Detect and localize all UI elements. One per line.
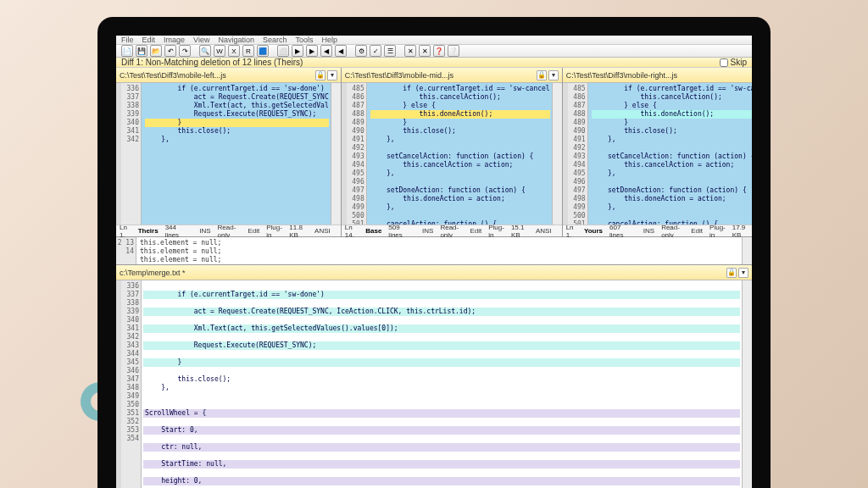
pane-file-path: C:\Test\Test\Diff3\mobile-right...js	[566, 71, 677, 80]
menu-navigation[interactable]: Navigation	[218, 36, 254, 44]
pane-status-bar: Ln 14,Base509 linesINSRead-onlyEditPlug-…	[342, 225, 562, 236]
merge-file-path: c:\Temp\merge.txt *	[120, 269, 186, 277]
diff-banner-text: Diff 1: Non-Matching deletion of 12 line…	[121, 58, 303, 67]
toolbar-btn-21[interactable]: ❔	[448, 45, 459, 57]
pane-status-bar: Ln 1,Theirs344 linesINSRead-onlyEditPlug…	[116, 225, 341, 236]
code-area[interactable]: 336 337 338 339 340 341 342 if (e.curren…	[116, 83, 341, 225]
pane-title: C:\Test\Test\Diff3\mobile-left...js🔒▾	[116, 68, 341, 83]
toolbar-btn-8[interactable]: R	[242, 45, 254, 57]
mid-conflict-list[interactable]: 2 13 14 this.element = null; this.elemen…	[116, 237, 752, 265]
menu-help[interactable]: Help	[321, 36, 337, 44]
pane-file-path: C:\Test\Test\Diff3\mobile-mid...js	[345, 71, 453, 80]
merge-gutter: 336 337 338 339 340 341 342 343 344 345 …	[121, 280, 142, 488]
scrollbar[interactable]	[331, 83, 341, 225]
merge-code[interactable]: if (e.currentTarget.id == 'sw-done') act…	[142, 280, 742, 488]
toolbar-btn-2[interactable]: 📂	[150, 45, 162, 57]
code-text: if (e.currentTarget.id == 'sw-cancel thi…	[367, 83, 552, 225]
merge-title-bar: c:\Temp\merge.txt * 🔒 ▾	[116, 265, 752, 280]
toolbar-btn-4[interactable]: ↷	[179, 45, 191, 57]
mid-gutter: 2 13 14	[116, 237, 136, 264]
merge-output-pane: c:\Temp\merge.txt * 🔒 ▾ 336 337 338 339 …	[116, 265, 752, 488]
toolbar-btn-7[interactable]: X	[228, 45, 240, 57]
toolbar-btn-19[interactable]: ✕	[419, 45, 431, 57]
toolbar-btn-10[interactable]: ⬜	[277, 45, 289, 57]
laptop-frame: FileEditImageViewNavigationSearchToolsHe…	[97, 17, 771, 488]
toolbar-btn-11[interactable]: ▶	[292, 45, 303, 57]
menu-bar[interactable]: FileEditImageViewNavigationSearchToolsHe…	[116, 36, 752, 45]
code-area[interactable]: 485 486 487 488 489 490 491 492 493 494 …	[563, 83, 752, 225]
toolbar-btn-0[interactable]: 📄	[121, 45, 133, 57]
menu-search[interactable]: Search	[263, 36, 287, 44]
diff-banner: Diff 1: Non-Matching deletion of 12 line…	[116, 58, 752, 68]
toolbar-btn-16[interactable]: ✓	[370, 45, 381, 57]
toolbar-btn-15[interactable]: ⚙	[355, 45, 367, 57]
toolbar-btn-6[interactable]: W	[214, 45, 225, 57]
toolbar-btn-12[interactable]: ▶	[306, 45, 318, 57]
scrollbar[interactable]	[742, 280, 752, 488]
pane-base: C:\Test\Test\Diff3\mobile-mid...js🔒▾485 …	[342, 68, 563, 236]
line-gutter: 336 337 338 339 340 341 342	[121, 83, 142, 225]
toolbar[interactable]: 📄💾📂↶↷🔍WXR🟦⬜▶▶◀◀⚙✓☰✕✕❓❔	[116, 45, 752, 58]
menu-icon[interactable]: ▾	[738, 268, 748, 278]
code-text: if (e.currentTarget.id == 'sw-cancel thi…	[588, 83, 752, 225]
three-way-panes: C:\Test\Test\Diff3\mobile-left...js🔒▾336…	[116, 68, 752, 237]
lock-icon[interactable]: 🔒	[315, 70, 326, 80]
toolbar-btn-13[interactable]: ◀	[320, 45, 332, 57]
line-gutter: 485 486 487 488 489 490 491 492 493 494 …	[347, 83, 367, 225]
menu-file[interactable]: File	[121, 36, 134, 44]
menu-view[interactable]: View	[193, 36, 209, 44]
toolbar-btn-18[interactable]: ✕	[404, 45, 416, 57]
pane-title: C:\Test\Test\Diff3\mobile-mid...js🔒▾	[342, 68, 562, 83]
toolbar-btn-17[interactable]: ☰	[384, 45, 396, 57]
scrollbar[interactable]	[552, 83, 562, 225]
lock-icon[interactable]: 🔒	[726, 268, 737, 278]
menu-edit[interactable]: Edit	[142, 36, 156, 44]
pane-title: C:\Test\Test\Diff3\mobile-right...js🔒▾	[563, 68, 752, 83]
mid-code: this.element = null; this.element = null…	[136, 237, 742, 264]
toolbar-btn-5[interactable]: 🔍	[199, 45, 211, 57]
pane-theirs: C:\Test\Test\Diff3\mobile-left...js🔒▾336…	[116, 68, 342, 236]
code-text: if (e.currentTarget.id == 'sw-done') act…	[142, 83, 331, 225]
skip-checkbox[interactable]: Skip	[720, 58, 747, 67]
toolbar-btn-3[interactable]: ↶	[164, 45, 176, 57]
pane-file-path: C:\Test\Test\Diff3\mobile-left...js	[120, 71, 226, 80]
menu-tools[interactable]: Tools	[295, 36, 313, 44]
lock-icon[interactable]: 🔒	[537, 70, 547, 80]
pane-status-bar: Ln 1,Yours607 linesINSRead-onlyEditPlug-…	[563, 225, 752, 236]
pane-yours: C:\Test\Test\Diff3\mobile-right...js🔒▾48…	[563, 68, 752, 236]
app-window: FileEditImageViewNavigationSearchToolsHe…	[116, 36, 752, 488]
toolbar-btn-9[interactable]: 🟦	[257, 45, 269, 57]
line-gutter: 485 486 487 488 489 490 491 492 493 494 …	[568, 83, 588, 225]
toolbar-btn-14[interactable]: ◀	[335, 45, 347, 57]
toolbar-btn-1[interactable]: 💾	[136, 45, 147, 57]
code-area[interactable]: 485 486 487 488 489 490 491 492 493 494 …	[342, 83, 562, 225]
toolbar-btn-20[interactable]: ❓	[433, 45, 445, 57]
menu-icon[interactable]: ▾	[548, 70, 559, 80]
scrollbar[interactable]	[742, 237, 752, 264]
menu-image[interactable]: Image	[164, 36, 185, 44]
menu-icon[interactable]: ▾	[327, 70, 337, 80]
